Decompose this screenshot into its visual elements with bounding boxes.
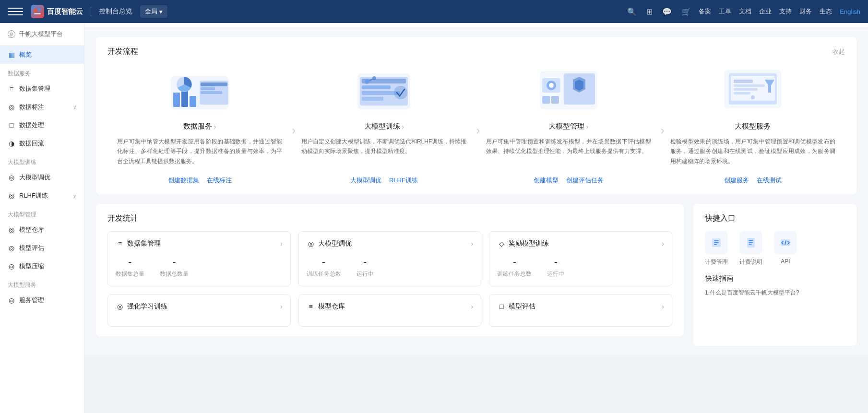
cart-icon[interactable]: 🛒 <box>681 7 691 16</box>
flow-card-model-service-title: 大模型服务 <box>670 122 835 131</box>
main-content: 概览 开发流程 收起 <box>84 0 868 355</box>
stat-train-total: - 训练任务总数 <box>307 256 341 278</box>
nav-finance[interactable]: 财务 <box>799 7 812 16</box>
sidebar-item-backflow[interactable]: ◑ 数据回流 <box>0 134 84 153</box>
flow-card-model-train: 大模型训练 › 用户自定义创建大模型训练，不断调优迭代和RLHF训练，持续推动模… <box>292 66 476 185</box>
sidebar-header-icon: ⊙ <box>8 30 15 38</box>
nav-support[interactable]: 支持 <box>779 7 792 16</box>
stat-model-repo-arrow[interactable]: › <box>471 303 474 310</box>
stat-card-rl-header: ◎ 强化学习训练 › <box>116 302 283 311</box>
flow-card-model-train-links: 大模型调优 RLHF训练 <box>301 176 466 185</box>
create-eval-link[interactable]: 创建评估任务 <box>566 176 604 185</box>
main-area: 开发流程 收起 <box>84 27 868 355</box>
stat-card-model-repo-title: ≡ 模型仓库 <box>307 302 345 311</box>
flow-card-model-manage-title: 大模型管理 › <box>486 122 651 131</box>
flow-card-model-manage-desc: 用户可集中管理预置和训练发布模型，并在场景数据下评估模型效果、持续优化模型推理性… <box>486 137 651 170</box>
backflow-icon: ◑ <box>8 140 15 147</box>
quick-billing-mgmt[interactable]: 计费管理 <box>705 231 728 266</box>
sidebar-item-rlhf[interactable]: ◎ RLHF训练 ∨ <box>0 187 84 205</box>
model-finetune-link[interactable]: 大模型调优 <box>350 176 381 185</box>
sidebar-item-dataset[interactable]: ≡ 数据集管理 <box>0 80 84 98</box>
quick-api[interactable]: API <box>774 231 797 266</box>
flow-card-data-service-title: 数据服务 › <box>117 122 282 131</box>
stat-card-reward-header: ◇ 奖励模型训练 › <box>497 239 664 248</box>
sidebar-item-finetune[interactable]: ◎ 大模型调优 <box>0 168 84 187</box>
svg-rect-37 <box>734 92 750 94</box>
stat-rl-icon: ◎ <box>116 302 124 311</box>
stat-reward-total: - 训练任务总数 <box>497 256 532 278</box>
create-model-link[interactable]: 创建模型 <box>534 176 559 185</box>
nav-ecosystem[interactable]: 生态 <box>820 7 832 16</box>
sidebar: ⊙ 千帆大模型平台 ▦ 概览 数据服务 ≡ 数据集管理 ◎ 数据标注 ∨ □ 数… <box>0 23 84 355</box>
stat-dataset-values: - 数据集总量 - 数据总数量 <box>116 256 283 278</box>
sidebar-group-data-service: 数据服务 <box>0 64 84 80</box>
api-label: API <box>781 258 790 265</box>
stat-card-model-eval-title: □ 模型评估 <box>497 302 535 311</box>
flow-card-model-manage: 大模型管理 › 用户可集中管理预置和训练发布模型，并在场景数据下评估模型效果、持… <box>476 66 661 185</box>
nav-enterprise[interactable]: 企业 <box>759 7 772 16</box>
sidebar-scroll: ▦ 概览 数据服务 ≡ 数据集管理 ◎ 数据标注 ∨ □ 数据处理 ◑ 数据回流… <box>0 46 84 355</box>
stat-finetune-icon: ◎ <box>307 239 315 248</box>
apps-icon[interactable]: ⊞ <box>646 7 653 16</box>
svg-rect-10 <box>190 96 196 107</box>
menu-button[interactable] <box>8 4 23 19</box>
model-service-illustration <box>719 66 786 114</box>
search-icon[interactable]: 🔍 <box>627 7 637 16</box>
svg-rect-15 <box>362 85 391 89</box>
sidebar-item-annotation[interactable]: ◎ 数据标注 ∨ <box>0 98 84 116</box>
collapse-button[interactable]: 收起 <box>832 47 845 56</box>
svg-rect-17 <box>362 97 383 101</box>
billing-desc-icon-box <box>739 231 762 254</box>
quick-billing-desc[interactable]: 计费说明 <box>739 231 762 266</box>
sidebar-item-service-mgmt[interactable]: ◎ 服务管理 <box>0 291 84 309</box>
nav-text-links: 备案 工单 文档 企业 支持 财务 生态 English <box>699 7 860 16</box>
flow-card-data-service-links: 创建数据集 在线标注 <box>117 176 282 185</box>
sidebar-header[interactable]: ⊙ 千帆大模型平台 <box>0 23 84 46</box>
sidebar-item-model-eval[interactable]: ◎ 模型评估 <box>0 239 84 257</box>
rlhf-chevron: ∨ <box>73 193 76 199</box>
stat-dataset-total: - 数据集总量 <box>116 256 144 278</box>
stat-reward-icon: ◇ <box>497 239 506 248</box>
sidebar-item-model-compress[interactable]: ◎ 模型压缩 <box>0 257 84 275</box>
logo-icon <box>31 5 44 18</box>
stat-model-eval-arrow[interactable]: › <box>662 303 664 310</box>
nav-beian[interactable]: 备案 <box>699 7 711 16</box>
stat-rl-arrow[interactable]: › <box>280 303 283 310</box>
svg-rect-7 <box>201 91 222 94</box>
svg-rect-8 <box>173 93 180 107</box>
flow-card-model-service-desc: 检验模型效果的演练场，用户可集中管理预置和调优模型发布的服务，通过服务创建和在线… <box>670 137 835 170</box>
control-center-link[interactable]: 控制台总览 <box>99 7 132 16</box>
english-link[interactable]: English <box>840 8 860 15</box>
stat-card-finetune-header: ◎ 大模型调优 › <box>307 239 474 248</box>
online-annotation-link[interactable]: 在线标注 <box>207 176 232 185</box>
guide-item-0[interactable]: 1.什么是百度智能云千帆大模型平台? <box>705 287 845 299</box>
create-dataset-link[interactable]: 创建数据集 <box>168 176 199 185</box>
stat-dataset-arrow[interactable]: › <box>280 240 283 248</box>
logo: 百度智能云 <box>31 5 83 18</box>
nav-docs[interactable]: 文档 <box>739 7 751 16</box>
online-test-link[interactable]: 在线测试 <box>757 176 782 185</box>
stat-card-model-repo: ≡ 模型仓库 › <box>298 294 482 327</box>
sidebar-item-processing[interactable]: □ 数据处理 <box>0 116 84 134</box>
sidebar-item-overview[interactable]: ▦ 概览 <box>0 46 84 64</box>
svg-point-39 <box>751 95 755 99</box>
stat-card-rl-title: ◎ 强化学习训练 <box>116 302 167 311</box>
nav-ticket[interactable]: 工单 <box>719 7 731 16</box>
processing-icon: □ <box>8 121 15 129</box>
global-selector[interactable]: 全局 ▾ <box>140 5 167 18</box>
stats-header: 开发统计 <box>107 213 672 224</box>
nav-divider <box>91 7 91 16</box>
api-icon-box <box>774 231 797 254</box>
rlhf-train-link[interactable]: RLHF训练 <box>389 176 418 185</box>
stat-model-repo-icon: ≡ <box>307 302 315 311</box>
sidebar-item-model-repo[interactable]: ◎ 模型仓库 <box>0 221 84 239</box>
stat-reward-values: - 训练任务总数 - 运行中 <box>497 256 664 278</box>
flow-cards: 数据服务 › 用户可集中纳管大模型开发应用各阶段的基础数据，并通过智能化标注、多… <box>107 66 845 185</box>
stat-card-model-eval: □ 模型评估 › <box>489 294 672 327</box>
create-service-link[interactable]: 创建服务 <box>724 176 749 185</box>
nav-icons: 🔍 ⊞ 💬 🛒 <box>627 7 691 16</box>
chat-icon[interactable]: 💬 <box>662 7 672 16</box>
stat-reward-arrow[interactable]: › <box>662 240 664 248</box>
svg-point-20 <box>372 76 376 80</box>
stat-finetune-arrow[interactable]: › <box>471 240 474 248</box>
